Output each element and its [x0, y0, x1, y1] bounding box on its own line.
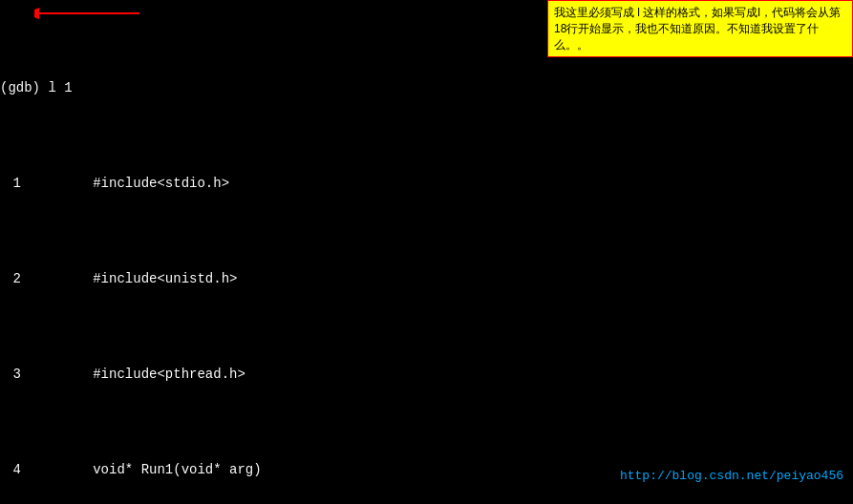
line-number-4: 4 [0, 460, 29, 479]
red-arrow-container [34, 6, 149, 21]
tooltip-text: 我这里必须写成 l 这样的格式，如果写成l，代码将会从第18行开始显示，我也不知… [554, 6, 841, 52]
terminal: 我这里必须写成 l 这样的格式，如果写成l，代码将会从第18行开始显示，我也不知… [0, 0, 853, 504]
gdb-prompt-text-1: (gdb) l 1 [0, 78, 73, 97]
line-content-3: #include<pthread.h> [29, 365, 853, 384]
line-content-2: #include<unistd.h> [29, 269, 853, 288]
line-content-1: #include<stdio.h> [29, 174, 853, 193]
line-number-1: 1 [0, 174, 29, 193]
code-line-1: 1 #include<stdio.h> [0, 174, 853, 193]
code-line-3: 3 #include<pthread.h> [0, 365, 853, 384]
csdn-link-text: http://blog.csdn.net/peiyao456 [620, 469, 843, 483]
arrow-icon [34, 6, 149, 21]
line-number-3: 3 [0, 365, 29, 384]
gdb-prompt-line-1: (gdb) l 1 [0, 78, 853, 97]
code-line-2: 2 #include<unistd.h> [0, 269, 853, 288]
line-number-2: 2 [0, 269, 29, 288]
code-area: (gdb) l 1 1 #include<stdio.h> 2 #include… [0, 0, 853, 504]
tooltip-box: 我这里必须写成 l 这样的格式，如果写成l，代码将会从第18行开始显示，我也不知… [547, 0, 853, 57]
csdn-link: http://blog.csdn.net/peiyao456 [620, 469, 843, 483]
